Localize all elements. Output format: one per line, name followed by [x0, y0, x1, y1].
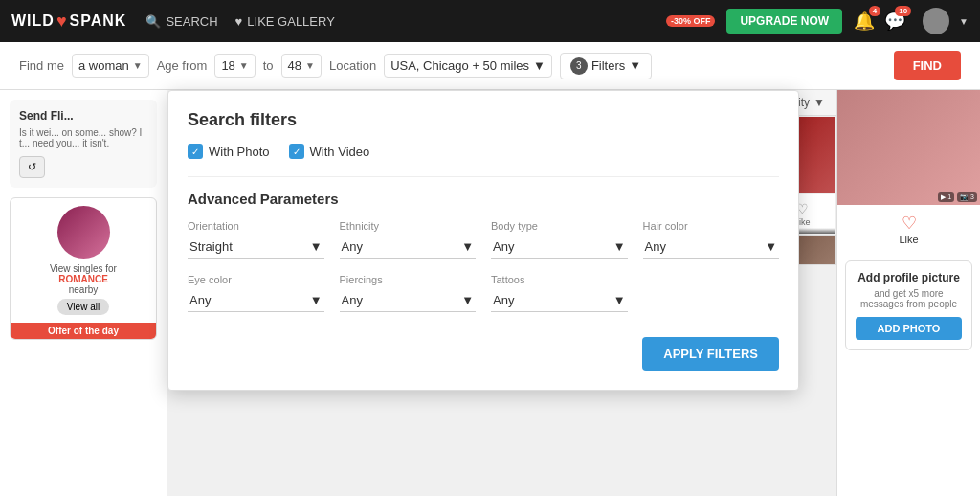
top-navigation: WILD ♥ SPANK 🔍 SEARCH ♥ LIKE GALLERY -30…	[0, 0, 980, 42]
like-gallery-label: LIKE GALLERY	[247, 14, 335, 29]
hair-color-field: Hair color Any ▼	[643, 220, 780, 259]
logo-spank-text: SPANK	[70, 12, 127, 30]
orientation-field: Orientation Straight ▼	[188, 220, 324, 259]
advanced-params-title: Advanced Parameters	[188, 176, 779, 207]
eye-color-chevron-icon: ▼	[310, 293, 323, 307]
empty-field	[643, 274, 780, 312]
main-content: Send Fli... Is it wei... on some... show…	[0, 90, 980, 496]
add-photo-card: Add profile picture and get x5 more mess…	[845, 260, 972, 350]
left-sidebar: Send Fli... Is it wei... on some... show…	[0, 90, 167, 496]
orientation-select[interactable]: Straight ▼	[188, 236, 324, 259]
with-photo-label: With Photo	[209, 145, 270, 159]
offer-profile: View singles for ROMANCE nearby View all	[11, 198, 156, 323]
apply-filters-row: APPLY FILTERS	[188, 327, 779, 371]
tattoos-select[interactable]: Any ▼	[491, 289, 628, 312]
view-all-button[interactable]: View all	[57, 299, 109, 315]
add-photo-subtitle: and get x5 more messages from people	[856, 288, 962, 309]
send-flirt-card: Send Fli... Is it wei... on some... show…	[10, 100, 157, 188]
filter-count-badge: 3	[570, 57, 588, 75]
add-photo-button[interactable]: ADD PHOTO	[856, 317, 962, 340]
filter-checkboxes: ✓ With Photo ✓ With Video	[188, 144, 779, 159]
eye-color-field: Eye color Any ▼	[188, 274, 324, 312]
nav-icon-group: 🔔 4 💬 10 ▼	[854, 8, 969, 34]
right-like-label: Like	[845, 234, 972, 245]
body-type-chevron-icon: ▼	[613, 239, 626, 254]
like-gallery-nav-link[interactable]: ♥ LIKE GALLERY	[235, 14, 335, 29]
nearby-label: nearby	[69, 284, 99, 295]
send-flirt-title: Send Fli...	[19, 109, 147, 123]
tattoos-chevron-icon: ▼	[613, 293, 626, 307]
gender-value: a woman	[78, 58, 129, 73]
search-nav-label: SEARCH	[166, 14, 217, 29]
age-from-value: 18	[221, 58, 234, 73]
ethnicity-value: Any	[342, 239, 363, 254]
right-photo-badge: 📷 3	[957, 192, 977, 202]
user-avatar[interactable]	[923, 8, 949, 34]
refresh-button[interactable]: ↺	[19, 156, 45, 178]
gender-select[interactable]: a woman ▼	[72, 54, 149, 78]
logo-heart-icon: ♥	[56, 11, 68, 32]
orientation-label: Orientation	[188, 220, 324, 232]
filter-panel-title: Search filters	[188, 110, 779, 130]
filter-row-2: Eye color Any ▼ Piercings Any ▼ Tattoos …	[188, 274, 779, 312]
age-to-select[interactable]: 48 ▼	[281, 54, 322, 78]
piercings-value: Any	[342, 293, 363, 307]
sort-chevron-icon: ▼	[813, 96, 825, 109]
with-photo-checkbox[interactable]: ✓ With Photo	[188, 144, 270, 159]
filter-panel: Search filters ✓ With Photo ✓ With Video…	[167, 90, 799, 391]
nav-links: 🔍 SEARCH ♥ LIKE GALLERY	[145, 14, 334, 29]
piercings-select[interactable]: Any ▼	[340, 289, 477, 312]
messages-button[interactable]: 💬 10	[884, 11, 905, 32]
discount-badge: -30% OFF	[666, 15, 716, 27]
eye-color-value: Any	[189, 293, 211, 307]
ethnicity-label: Ethnicity	[340, 220, 477, 232]
eye-color-select[interactable]: Any ▼	[188, 289, 324, 312]
filters-button[interactable]: 3 Filters ▼	[560, 53, 652, 79]
with-video-label: With Video	[310, 145, 370, 159]
gender-chevron-icon: ▼	[133, 60, 143, 71]
eye-color-label: Eye color	[188, 274, 324, 285]
location-select[interactable]: USA, Chicago + 50 miles ▼	[384, 54, 552, 78]
body-type-field: Body type Any ▼	[491, 220, 628, 259]
notif-badge-1: 4	[869, 6, 880, 16]
apply-filters-button[interactable]: APPLY FILTERS	[642, 337, 779, 371]
right-sidebar: ▶ 1 📷 3 ♡ Like Add profile picture and g…	[836, 90, 980, 496]
ethnicity-chevron-icon: ▼	[461, 239, 474, 254]
tattoos-field: Tattoos Any ▼	[491, 274, 628, 312]
tattoos-value: Any	[493, 293, 514, 307]
filters-chevron-icon: ▼	[629, 58, 641, 73]
ethnicity-select[interactable]: Any ▼	[340, 236, 477, 259]
hair-color-select[interactable]: Any ▼	[643, 236, 780, 259]
ethnicity-field: Ethnicity Any ▼	[340, 220, 477, 259]
piercings-label: Piercings	[340, 274, 477, 285]
with-photo-checkbox-icon: ✓	[188, 144, 203, 159]
find-button[interactable]: FIND	[894, 51, 961, 80]
search-nav-icon: 🔍	[145, 14, 161, 29]
orientation-chevron-icon: ▼	[310, 239, 323, 254]
right-like-section: ♡ Like	[837, 205, 980, 253]
notifications-button[interactable]: 🔔 4	[854, 11, 875, 32]
offer-avatar	[57, 206, 110, 259]
search-bar: Find me a woman ▼ Age from 18 ▼ to 48 ▼ …	[0, 42, 980, 90]
age-to-label: to	[263, 58, 274, 73]
with-video-checkbox-icon: ✓	[289, 144, 304, 159]
view-singles-text: View singles for ROMANCE nearby	[18, 263, 148, 295]
site-logo[interactable]: WILD ♥ SPANK	[11, 11, 126, 32]
orientation-value: Straight	[189, 239, 233, 254]
body-type-value: Any	[493, 239, 514, 254]
age-to-chevron-icon: ▼	[305, 60, 315, 71]
heart-nav-icon: ♥	[235, 14, 243, 29]
filter-row-1: Orientation Straight ▼ Ethnicity Any ▼ B…	[188, 220, 779, 259]
with-video-checkbox[interactable]: ✓ With Video	[289, 144, 370, 159]
tattoos-label: Tattoos	[491, 274, 628, 285]
send-flirt-text: Is it wei... on some... show? I t... nee…	[19, 127, 147, 148]
search-nav-link[interactable]: 🔍 SEARCH	[145, 14, 217, 29]
piercings-field: Piercings Any ▼	[340, 274, 477, 312]
filters-label: Filters	[591, 58, 625, 73]
upgrade-button[interactable]: UPGRADE NOW	[726, 9, 842, 34]
body-type-select[interactable]: Any ▼	[491, 236, 628, 259]
age-from-select[interactable]: 18 ▼	[214, 54, 255, 78]
find-me-label: Find me	[19, 58, 64, 73]
age-to-value: 48	[288, 58, 301, 73]
age-from-label: Age from	[157, 58, 208, 73]
